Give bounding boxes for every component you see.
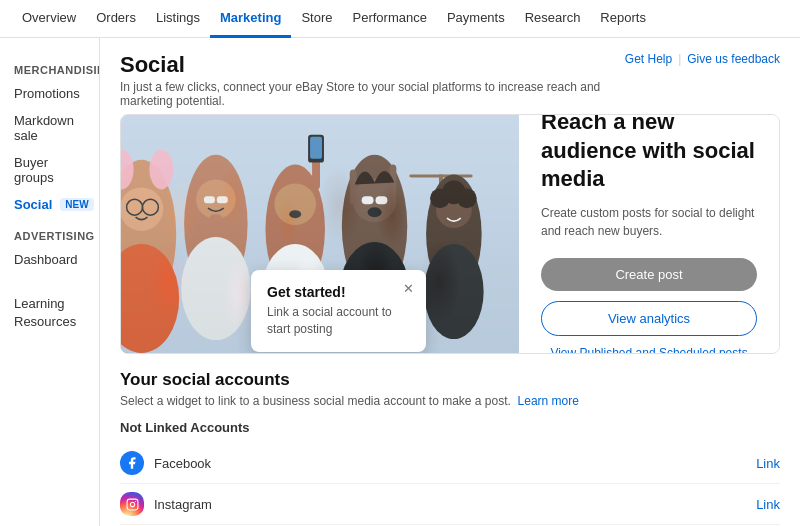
svg-rect-2: [409, 175, 472, 178]
nav-payments[interactable]: Payments: [437, 0, 515, 38]
facebook-link-button[interactable]: Link: [756, 456, 780, 471]
svg-rect-26: [362, 196, 374, 204]
svg-point-18: [274, 183, 316, 225]
instagram-link-button[interactable]: Link: [756, 497, 780, 512]
page-title: Social: [120, 52, 625, 78]
sidebar-item-learning-resources[interactable]: Learning Resources: [0, 289, 99, 337]
svg-point-19: [289, 210, 301, 218]
svg-rect-29: [350, 170, 357, 205]
facebook-icon: [120, 451, 144, 475]
hero-right-panel: Reach a new audience with social media C…: [519, 115, 779, 353]
sidebar-section-merchandising: MERCHANDISING: [0, 52, 99, 80]
nav-listings[interactable]: Listings: [146, 0, 210, 38]
svg-rect-27: [376, 196, 388, 204]
sidebar: MERCHANDISING Promotions Markdown sale B…: [0, 38, 100, 526]
not-linked-label: Not Linked Accounts: [120, 420, 780, 435]
page-header: Social In just a few clicks, connect you…: [100, 38, 800, 114]
svg-point-13: [210, 214, 222, 220]
sidebar-item-buyer-groups[interactable]: Buyer groups: [0, 149, 99, 191]
svg-point-28: [368, 207, 382, 217]
hero-section: ✕ Get started! Link a social account to …: [120, 114, 780, 354]
sidebar-item-markdown-sale[interactable]: Markdown sale: [0, 107, 99, 149]
svg-point-16: [181, 237, 250, 340]
svg-point-12: [196, 179, 236, 219]
nav-store[interactable]: Store: [291, 0, 342, 38]
nav-overview[interactable]: Overview: [12, 0, 86, 38]
top-nav: Overview Orders Listings Marketing Store…: [0, 0, 800, 38]
give-feedback-link[interactable]: Give us feedback: [687, 52, 780, 66]
popup-close-button[interactable]: ✕: [400, 280, 416, 296]
instagram-icon: [120, 492, 144, 516]
svg-rect-38: [127, 499, 138, 510]
svg-rect-14: [204, 196, 215, 203]
view-analytics-button[interactable]: View analytics: [541, 301, 757, 336]
get-started-popup: ✕ Get started! Link a social account to …: [251, 270, 426, 352]
main-layout: MERCHANDISING Promotions Markdown sale B…: [0, 38, 800, 526]
sidebar-item-promotions[interactable]: Promotions: [0, 80, 99, 107]
facebook-row: Facebook Link: [120, 443, 780, 484]
nav-performance[interactable]: Performance: [342, 0, 436, 38]
nav-marketing[interactable]: Marketing: [210, 0, 291, 38]
svg-rect-15: [217, 196, 228, 203]
popup-title: Get started!: [267, 284, 410, 300]
learn-more-link[interactable]: Learn more: [518, 394, 579, 408]
new-badge: NEW: [60, 198, 93, 211]
sidebar-item-social[interactable]: Social NEW: [0, 191, 99, 218]
svg-point-37: [424, 244, 484, 339]
sidebar-item-dashboard[interactable]: Dashboard: [0, 246, 99, 273]
nav-reports[interactable]: Reports: [590, 0, 656, 38]
social-accounts-desc: Select a widget to link to a business so…: [120, 394, 780, 408]
svg-rect-22: [310, 137, 322, 159]
page-subtitle: In just a few clicks, connect your eBay …: [120, 80, 625, 108]
popup-text: Link a social account to start posting: [267, 304, 410, 338]
sidebar-section-advertising: ADVERTISING: [0, 218, 99, 246]
instagram-row: Instagram Link: [120, 484, 780, 525]
nav-orders[interactable]: Orders: [86, 0, 146, 38]
social-accounts-section: Your social accounts Select a widget to …: [100, 370, 800, 526]
social-accounts-title: Your social accounts: [120, 370, 780, 390]
view-published-link[interactable]: View Published and Scheduled posts: [541, 346, 757, 354]
facebook-name: Facebook: [154, 456, 746, 471]
hero-title: Reach a new audience with social media: [541, 114, 757, 194]
main-content: Social In just a few clicks, connect you…: [100, 38, 800, 526]
create-post-button[interactable]: Create post: [541, 258, 757, 291]
hero-image: ✕ Get started! Link a social account to …: [121, 115, 519, 353]
svg-point-36: [457, 188, 477, 208]
get-help-link[interactable]: Get Help: [625, 52, 672, 66]
instagram-name: Instagram: [154, 497, 746, 512]
svg-point-5: [149, 150, 173, 190]
hero-description: Create custom posts for social to deligh…: [541, 204, 757, 240]
nav-research[interactable]: Research: [515, 0, 591, 38]
